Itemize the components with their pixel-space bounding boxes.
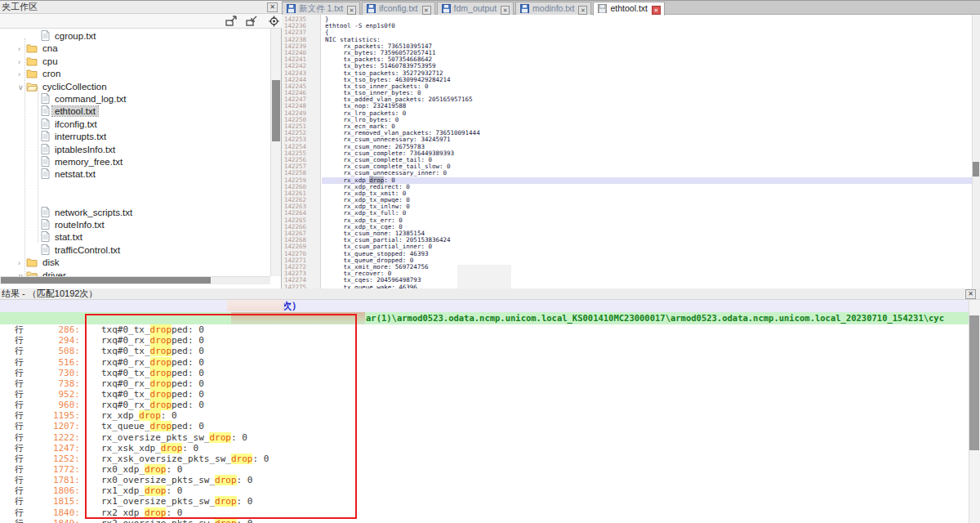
tree-file-stat-txt[interactable]: stat.txt [41,231,85,244]
file-icon [41,30,50,41]
tree-folder-cron[interactable]: › cron [18,68,63,80]
tab-fdm-output[interactable]: fdm_output✕ [437,2,514,15]
editor-vertical-scrollbar[interactable] [972,15,980,288]
editor-line-text: rx_xdp_tx_full: 0 [322,210,972,217]
tab-ifconfig-txt[interactable]: ifconfig.txt✕ [362,2,434,15]
tree-file-ifconfig-txt[interactable]: ifconfig.txt [41,118,100,131]
tab-close-icon[interactable]: ✕ [578,6,587,15]
editor-line-text: rx_csum_unnecessary_inner: 0 [322,170,972,177]
results-close-icon[interactable]: ✕ [965,289,976,299]
result-line-number: 952: [31,389,80,400]
redaction-blur [457,265,511,289]
tree-item-label: cna [40,43,60,53]
tree-item-label: netstat.txt [52,169,98,179]
tab-close-icon[interactable]: ✕ [422,6,431,15]
application-window: 夹工作区 ✕ cgroup.txt› cna› cpu› cron∨ cycli… [0,0,980,523]
tree-item-label: network_scripts.txt [52,208,135,217]
row-label: 行 [15,464,24,475]
folder-icon [26,43,38,53]
tree-item-label: cron [40,69,63,78]
row-label: 行 [15,410,24,421]
tree-item-label: routeInfo.txt [52,220,107,230]
chevron-down-icon[interactable]: ∨ [18,270,26,276]
tab-ethtool-txt[interactable]: ethtool.txt✕ [593,2,665,16]
tree-file-iptablesinfo-txt[interactable]: iptablesInfo.txt [41,144,118,156]
row-label: 行 [15,475,24,485]
tree-item-label: cyclicCollection [40,82,109,92]
tab-close-icon[interactable]: ✕ [652,6,661,15]
search-summary-row: 索 "drop" （1个文件中匹配到10192次，总计 次） [0,300,969,312]
chevron-down-icon[interactable]: ∨ [18,82,26,94]
row-label: 行 [15,454,24,464]
tree-file-routeinfo-txt[interactable]: routeInfo.txt [41,219,107,231]
tree-file-ethtool-txt[interactable]: ethtool.txt [41,105,98,118]
tree-folder-cna[interactable]: › cna [18,42,60,55]
editor-line-text: rx_xdp_drop: 0 [322,177,972,184]
tree-folder-driver[interactable]: ∨ driver [18,270,69,276]
chevron-right-icon[interactable]: › [18,257,26,270]
tree-item-label: interrupts.txt [52,132,109,141]
row-label: 行 [15,357,24,368]
tab-label: ethtool.txt [610,3,648,13]
result-line-number: 1222: [31,432,80,443]
editor-line-text: rx_lro_packets: 0 [322,110,972,117]
result-line-number: 508: [31,346,80,356]
tree-folder-disk[interactable]: › disk [18,257,61,269]
editor-line: 142237{ [282,29,972,36]
tab-close-icon[interactable]: ✕ [347,6,356,15]
tree-file-command-log-txt[interactable]: command_log.txt [41,93,129,105]
editor-vertical-scrollbar-thumb[interactable] [973,162,979,177]
tree-guide-line [38,87,38,243]
tree-file-netstat-txt[interactable]: netstat.txt [41,168,98,181]
chevron-right-icon[interactable]: › [18,69,26,81]
tree-vertical-scrollbar-thumb[interactable] [272,80,280,141]
tab--1-txt[interactable]: 新文件 1.txt✕ [282,2,360,15]
row-label: 行 [15,518,24,523]
annotation-rectangle [85,314,357,519]
search-summary-suffix: 次） [282,300,301,312]
chevron-right-icon[interactable]: › [18,43,26,56]
tab-label: modinfo.txt [532,3,574,13]
row-label: 行 [15,443,24,454]
expand-all-icon[interactable] [225,16,238,27]
tree-folder-cpu[interactable]: › cpu [18,56,60,68]
tab-modinfo-txt[interactable]: modinfo.txt✕ [515,2,591,15]
file-icon [41,131,50,141]
tree-item-label: ethtool.txt [52,106,98,116]
search-results-header: 结果 - （匹配10192次） ✕ [0,288,980,300]
save-file-icon [367,4,376,13]
file-icon [41,156,50,167]
result-line-number: 1247: [31,443,80,454]
result-line-number: 286: [31,324,80,335]
tree-file-memory-free-txt[interactable]: memory_free.txt [41,156,125,168]
tree-vertical-scrollbar[interactable] [270,29,281,276]
result-line-number: 1252: [31,454,80,464]
save-file-icon [287,4,296,13]
tab-close-icon[interactable]: ✕ [501,6,510,15]
editor-content[interactable]: 142235}142236ethtool -S enp1s0f0142237{1… [282,16,972,288]
result-line-number: 1772: [31,464,80,475]
tree-horizontal-scrollbar-thumb[interactable] [1,277,211,284]
editor-line-text: rx_xdp_tx_err: 0 [322,217,972,224]
collapse-all-icon[interactable] [246,16,258,27]
tree-file-cgroup-txt[interactable]: cgroup.txt [41,30,99,42]
workspace-close-icon[interactable]: ✕ [267,2,278,12]
chevron-right-icon[interactable]: › [18,56,26,69]
locate-file-icon[interactable] [268,16,280,27]
result-line-number: 1806: [31,485,80,496]
tree-file-network-scripts-txt[interactable]: network_scripts.txt [41,207,135,219]
tree-item-label: driver [40,270,69,276]
save-file-icon [442,4,451,13]
tree-folder-cycliccollection[interactable]: ∨ cyclicCollection [18,81,109,93]
result-line-number: 1781: [31,475,80,485]
row-label: 行 [15,485,24,496]
result-line-number: 516: [31,357,80,368]
folder-icon [26,257,38,267]
row-label: 行 [15,346,24,356]
tree-file-trafficcontrol-txt[interactable]: trafficControl.txt [41,244,122,257]
row-label: 行 [15,496,24,507]
tree-file-interrupts-txt[interactable]: interrupts.txt [41,131,109,143]
result-line-number: 1207: [31,421,80,431]
results-vertical-scrollbar-thumb[interactable] [969,315,979,450]
tab-label: 新文件 1.txt [299,3,343,13]
